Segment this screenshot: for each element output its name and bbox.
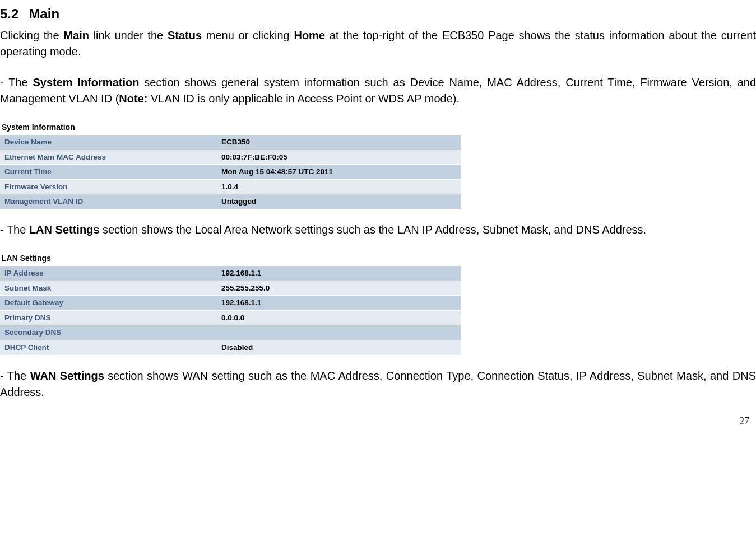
table-row: DHCP ClientDisabled — [0, 340, 461, 356]
paragraph-intro: Clicking the Main link under the Status … — [0, 27, 756, 60]
row-value: 1.0.4 — [217, 179, 461, 194]
table-row: Secondary DNS — [0, 325, 461, 340]
status-table: IP Address192.168.1.1Subnet Mask255.255.… — [0, 266, 461, 355]
row-value: Disabled — [217, 340, 461, 356]
row-label: Device Name — [0, 135, 217, 150]
table-row: Firmware Version1.0.4 — [0, 179, 461, 194]
table-row: Subnet Mask255.255.255.0 — [0, 281, 461, 296]
row-label: Current Time — [0, 165, 217, 180]
text: menu or clicking — [202, 29, 294, 41]
page-number: 27 — [0, 414, 756, 428]
table-row: Default Gateway192.168.1.1 — [0, 296, 461, 311]
table-row: IP Address192.168.1.1 — [0, 266, 461, 281]
row-label: DHCP Client — [0, 340, 217, 356]
row-value: 00:03:7F:BE:F0:05 — [217, 150, 461, 165]
table-caption: LAN Settings — [0, 251, 461, 265]
row-label: IP Address — [0, 266, 217, 281]
text: - The — [0, 76, 33, 88]
bold-text: Note: — [119, 92, 147, 105]
row-label: Secondary DNS — [0, 325, 217, 340]
bold-text: Home — [294, 29, 325, 41]
bold-text: Main — [63, 29, 89, 41]
text: - The — [0, 223, 29, 236]
paragraph-wan-settings: - The WAN Settings section shows WAN set… — [0, 368, 756, 400]
row-value: Mon Aug 15 04:48:57 UTC 2011 — [217, 165, 461, 180]
table-row: Ethernet Main MAC Address00:03:7F:BE:F0:… — [0, 150, 461, 165]
row-value: Untagged — [217, 194, 461, 209]
bold-text: Status — [168, 29, 202, 41]
row-label: Primary DNS — [0, 310, 217, 325]
row-value — [217, 325, 461, 340]
text: Clicking the — [0, 29, 63, 41]
section-title: Main — [29, 6, 59, 21]
paragraph-system-info: - The System Information section shows g… — [0, 74, 756, 107]
paragraph-lan-settings: - The LAN Settings section shows the Loc… — [0, 222, 756, 238]
table-row: Management VLAN IDUntagged — [0, 194, 461, 209]
text: VLAN ID is only applicable in Access Poi… — [147, 92, 460, 105]
row-value: 0.0.0.0 — [217, 310, 461, 325]
text: section shows WAN setting such as the MA… — [0, 370, 756, 398]
row-label: Ethernet Main MAC Address — [0, 150, 217, 165]
text: - The — [0, 370, 30, 382]
table-row: Primary DNS0.0.0.0 — [0, 310, 461, 325]
text: section shows the Local Area Network set… — [99, 223, 646, 236]
table-caption: System Information — [0, 120, 461, 134]
row-value: 192.168.1.1 — [217, 266, 461, 281]
section-heading: 5.2Main — [0, 4, 756, 24]
row-value: ECB350 — [217, 135, 461, 150]
row-label: Firmware Version — [0, 179, 217, 194]
row-label: Management VLAN ID — [0, 194, 217, 209]
bold-text: System Information — [33, 76, 139, 88]
lan-settings-table: LAN Settings IP Address192.168.1.1Subnet… — [0, 251, 461, 356]
table-row: Device NameECB350 — [0, 135, 461, 150]
system-information-table: System Information Device NameECB350Ethe… — [0, 120, 461, 209]
row-value: 255.255.255.0 — [217, 281, 461, 296]
status-table: Device NameECB350Ethernet Main MAC Addre… — [0, 135, 461, 209]
table-row: Current TimeMon Aug 15 04:48:57 UTC 2011 — [0, 165, 461, 180]
bold-text: WAN Settings — [30, 370, 104, 382]
row-label: Default Gateway — [0, 296, 217, 311]
row-value: 192.168.1.1 — [217, 296, 461, 311]
row-label: Subnet Mask — [0, 281, 217, 296]
text: link under the — [89, 29, 168, 41]
bold-text: LAN Settings — [29, 223, 100, 236]
section-number: 5.2 — [0, 6, 18, 21]
